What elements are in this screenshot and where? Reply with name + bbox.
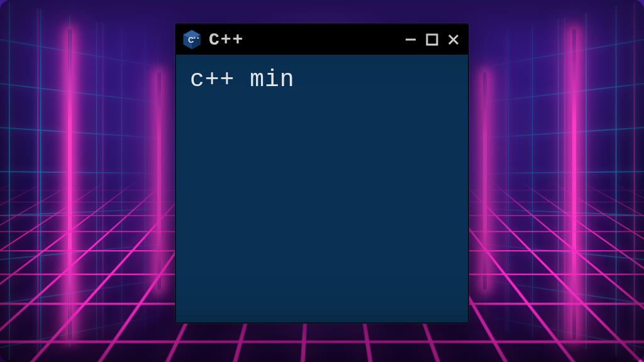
svg-text:+: + bbox=[194, 36, 196, 40]
terminal-body[interactable]: c++ min bbox=[176, 55, 468, 322]
terminal-line: c++ min bbox=[190, 66, 454, 93]
maximize-button[interactable] bbox=[424, 31, 440, 48]
minimize-button[interactable] bbox=[402, 31, 419, 48]
window-title: C++ bbox=[209, 30, 396, 50]
svg-rect-7 bbox=[427, 35, 437, 45]
close-button[interactable] bbox=[445, 31, 462, 48]
terminal-window: C + + C++ bbox=[175, 23, 469, 324]
window-controls bbox=[402, 31, 462, 48]
svg-text:+: + bbox=[197, 36, 199, 40]
cpp-hex-icon: C + + bbox=[181, 29, 203, 50]
window-titlebar[interactable]: C + + C++ bbox=[176, 25, 468, 55]
